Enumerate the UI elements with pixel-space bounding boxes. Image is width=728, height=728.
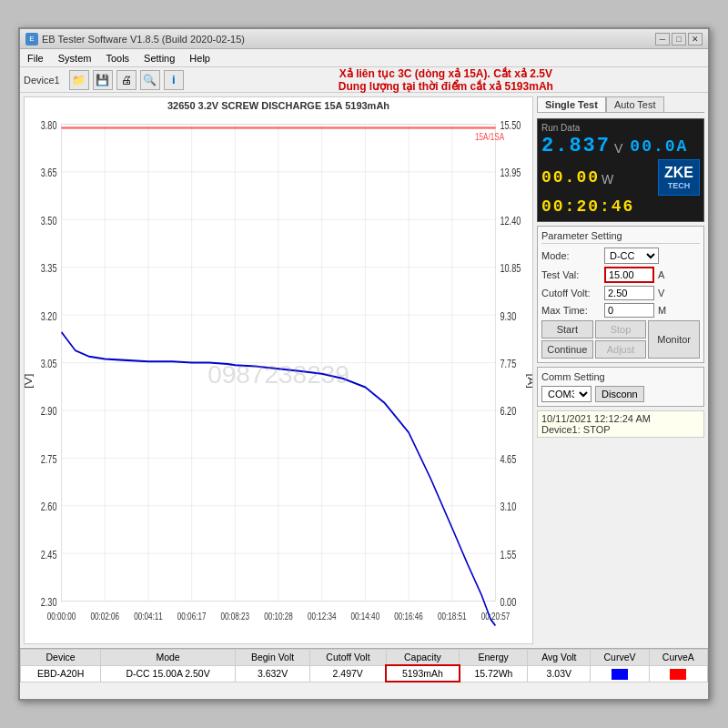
time-row: 00:20:46: [541, 197, 700, 216]
minimize-button[interactable]: ─: [655, 33, 670, 46]
svg-text:4.65: 4.65: [500, 452, 516, 465]
svg-text:7.75: 7.75: [500, 358, 516, 370]
svg-text:3.20: 3.20: [41, 309, 57, 322]
table-row: EBD-A20H D-CC 15.00A 2.50V 3.632V 2.497V…: [21, 665, 708, 682]
power-row: 00.00 W ZKE TECH: [541, 159, 700, 196]
maximize-button[interactable]: □: [672, 33, 686, 46]
run-data-section: Run Data 2.837 V 00.0A 00.00 W ZKE TECH: [537, 118, 704, 222]
svg-text:00:08:23: 00:08:23: [221, 611, 250, 622]
comm-title: Comm Setting: [541, 371, 700, 382]
max-time-row: Max Time: M: [541, 303, 700, 318]
power-unit: W: [602, 172, 613, 187]
col-mode: Mode: [101, 650, 236, 666]
svg-text:00:18:51: 00:18:51: [438, 611, 467, 622]
svg-text:[A]: [A]: [525, 374, 532, 389]
close-button[interactable]: ✕: [688, 33, 703, 46]
continue-button[interactable]: Continue: [541, 340, 593, 359]
svg-text:15A/1SA: 15A/1SA: [475, 131, 505, 142]
open-button[interactable]: 📁: [69, 70, 89, 90]
mode-row: Mode: D-CC: [541, 248, 700, 264]
main-content: 32650 3.2V SCREW DISCHARGE 15A 5193mAh: [20, 93, 708, 648]
current-display: 00.0A: [630, 137, 688, 156]
test-val-row: Test Val: A: [541, 267, 700, 283]
chart-svg: 3.80 3.65 3.50 3.35 3.20 3.05 2.90 2.75 …: [25, 112, 532, 638]
tab-auto-test[interactable]: Auto Test: [606, 96, 664, 112]
svg-text:12.40: 12.40: [500, 214, 521, 227]
time-display: 00:20:46: [541, 197, 634, 216]
col-energy: Energy: [460, 650, 528, 666]
info-button[interactable]: i: [164, 70, 184, 90]
col-capacity: Capacity: [386, 650, 459, 666]
cell-curve-v: [591, 665, 649, 682]
svg-text:2.45: 2.45: [41, 548, 57, 561]
main-window: E EB Tester Software V1.8.5 (Build 2020-…: [18, 27, 710, 701]
svg-text:3.10: 3.10: [500, 500, 516, 513]
cell-avg-volt: 3.03V: [528, 665, 591, 682]
test-val-unit: A: [658, 269, 664, 280]
cell-begin-volt: 3.632V: [235, 665, 309, 682]
svg-text:2.75: 2.75: [41, 452, 57, 465]
adjust-button[interactable]: Adjust: [595, 340, 647, 359]
menu-help[interactable]: Help: [186, 52, 214, 65]
menu-tools[interactable]: Tools: [102, 52, 133, 65]
cutoff-volt-input[interactable]: [604, 286, 654, 300]
device-label: Device1: [24, 75, 60, 86]
svg-text:2.30: 2.30: [41, 596, 57, 609]
cell-capacity: 5193mAh: [386, 665, 459, 682]
chart-title: 32650 3.2V SCREW DISCHARGE 15A 5193mAh: [25, 97, 532, 112]
cell-energy: 15.72Wh: [460, 665, 528, 682]
run-data-label: Run Data: [541, 123, 700, 133]
mode-label: Mode:: [541, 250, 601, 261]
svg-text:15.50: 15.50: [500, 119, 521, 132]
svg-text:3.65: 3.65: [41, 167, 57, 179]
power-display: 00.00: [541, 168, 600, 187]
col-curve-a: CurveA: [649, 650, 707, 666]
max-time-unit: M: [658, 305, 666, 316]
monitor-button[interactable]: Monitor: [648, 320, 700, 359]
curve-v-color-box: [612, 669, 628, 680]
port-select[interactable]: COM3: [541, 386, 592, 402]
svg-text:3.80: 3.80: [41, 119, 57, 132]
cutoff-volt-unit: V: [658, 288, 664, 298]
col-avg-volt: Avg Volt: [528, 650, 591, 666]
control-buttons: Start Stop Monitor Continue Adjust: [541, 320, 700, 359]
cell-mode: D-CC 15.00A 2.50V: [101, 665, 236, 682]
cell-cutoff-volt: 2.497V: [310, 665, 387, 682]
max-time-input[interactable]: [604, 303, 654, 318]
zke-logo: ZKE TECH: [658, 159, 700, 196]
start-button[interactable]: Start: [541, 320, 593, 339]
voltage-unit: V: [614, 141, 622, 156]
status-device: Device1: STOP: [541, 424, 700, 435]
stop-button[interactable]: Stop: [595, 320, 647, 339]
menu-system[interactable]: System: [55, 52, 96, 65]
search-button[interactable]: 🔍: [140, 70, 160, 90]
cutoff-volt-row: Cutoff Volt: V: [541, 286, 700, 300]
svg-text:00:20:57: 00:20:57: [481, 611, 511, 622]
mode-select[interactable]: D-CC: [604, 248, 659, 264]
menu-setting[interactable]: Setting: [140, 52, 178, 65]
menu-file[interactable]: File: [24, 52, 47, 65]
param-title: Parameter Setting: [541, 230, 700, 244]
save-button[interactable]: 💾: [93, 70, 113, 90]
svg-text:00:06:17: 00:06:17: [177, 611, 207, 622]
bottom-section: Device Mode Begin Volt Cutoff Volt Capac…: [20, 648, 708, 699]
col-device: Device: [21, 650, 101, 666]
window-controls: ─ □ ✕: [655, 33, 703, 46]
toolbar: Device1 📁 💾 🖨 🔍 i Xả liên tục 3C (dòng x…: [20, 67, 708, 93]
voltage-row: 2.837 V 00.0A: [541, 135, 700, 157]
window-title: EB Tester Software V1.8.5 (Build 2020-02…: [42, 34, 655, 45]
svg-text:10.85: 10.85: [500, 262, 521, 275]
panel-tabs: Single Test Auto Test: [537, 96, 704, 113]
right-panel: Single Test Auto Test Run Data 2.837 V 0…: [535, 93, 708, 648]
svg-text:13.95: 13.95: [500, 167, 521, 179]
test-val-input[interactable]: [604, 267, 654, 283]
app-icon: E: [25, 33, 38, 46]
chart-area: 32650 3.2V SCREW DISCHARGE 15A 5193mAh: [24, 96, 533, 644]
curve-a-color-box: [670, 669, 686, 680]
svg-text:00:12:34: 00:12:34: [308, 611, 337, 622]
col-cutoff-volt: Cutoff Volt: [310, 650, 387, 666]
comm-section: Comm Setting COM3 Disconn: [537, 367, 704, 407]
disconn-button[interactable]: Disconn: [595, 386, 644, 402]
print-button[interactable]: 🖨: [116, 70, 136, 90]
tab-single-test[interactable]: Single Test: [537, 96, 606, 112]
